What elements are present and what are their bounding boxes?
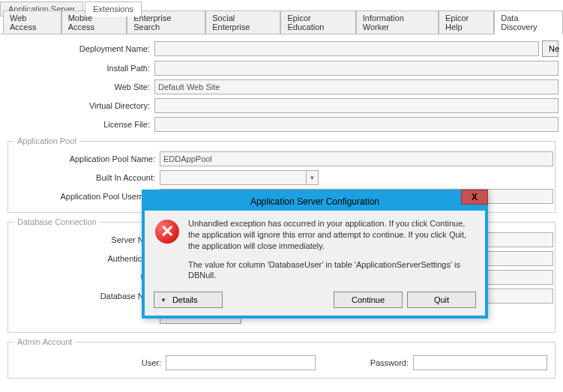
chevron-down-icon[interactable]: ▾: [307, 170, 319, 185]
sub-tab-strip: Web Access Mobile Access Enterprise Sear…: [0, 16, 563, 34]
label-server-name: Server Nam: [10, 235, 160, 244]
input-app-pool-name[interactable]: [160, 151, 553, 166]
close-icon: X: [472, 192, 478, 202]
quit-button[interactable]: Quit: [407, 292, 476, 308]
input-admin-password[interactable]: [413, 355, 547, 370]
label-deployment-name: Deployment Name:: [4, 44, 154, 53]
fieldset-admin-account: Admin Account User: Password:: [7, 337, 556, 379]
details-button[interactable]: ▼ Details: [154, 292, 223, 308]
combo-built-in-account[interactable]: [160, 170, 307, 185]
label-web-site: Web Site:: [4, 82, 154, 91]
continue-button[interactable]: Continue: [334, 292, 403, 308]
dialog-message: Unhandled exception has occurred in your…: [188, 218, 476, 281]
input-install-path[interactable]: [154, 61, 559, 76]
tab-data-discovery[interactable]: Data Discovery: [494, 10, 563, 34]
input-web-site[interactable]: [154, 79, 559, 94]
input-deployment-name[interactable]: [154, 41, 539, 56]
expand-down-icon: ▼: [160, 297, 166, 304]
dialog-paragraph-2: The value for column 'DatabaseUser' in t…: [188, 259, 476, 282]
dialog-paragraph-1: Unhandled exception has occurred in your…: [188, 218, 476, 252]
legend-application-pool: Application Pool: [14, 136, 79, 145]
label-admin-user: User:: [16, 358, 166, 367]
input-admin-user[interactable]: [166, 355, 316, 370]
legend-admin-account: Admin Account: [14, 337, 75, 346]
close-button[interactable]: X: [461, 190, 488, 205]
label-database-name: Database Nam: [10, 292, 160, 301]
input-virtual-directory[interactable]: [154, 98, 559, 113]
tab-web-access[interactable]: Web Access: [3, 10, 61, 34]
label-db-user: Use: [10, 273, 160, 282]
dialog-title-text: Application Server Configuration: [250, 196, 379, 207]
tab-information-worker[interactable]: Information Worker: [356, 10, 439, 34]
error-icon: ✕: [154, 218, 181, 245]
details-label: Details: [172, 295, 198, 304]
label-app-pool-username: Application Pool Usernam: [10, 192, 160, 201]
label-built-in-account: Built In Account:: [10, 173, 160, 182]
input-license-file[interactable]: [154, 117, 559, 132]
label-authentication: Authenticatio: [10, 254, 160, 263]
label-app-pool-name: Application Pool Name:: [10, 154, 160, 163]
tab-extensions[interactable]: Extensions: [85, 1, 142, 16]
tab-social-enterprise[interactable]: Social Enterprise: [205, 10, 280, 34]
dialog-titlebar[interactable]: Application Server Configuration X: [145, 193, 485, 211]
new-button[interactable]: Ne: [542, 40, 559, 57]
label-virtual-directory: Virtual Directory:: [4, 101, 154, 110]
label-install-path: Install Path:: [4, 64, 154, 73]
legend-database-connection: Database Connection: [14, 217, 100, 226]
label-license-file: License File:: [4, 120, 154, 129]
tab-epicor-help[interactable]: Epicor Help: [439, 10, 494, 34]
label-admin-password: Password:: [316, 358, 413, 367]
tab-epicor-education[interactable]: Epicor Education: [280, 10, 355, 34]
error-dialog: Application Server Configuration X ✕ Unh…: [142, 190, 488, 319]
